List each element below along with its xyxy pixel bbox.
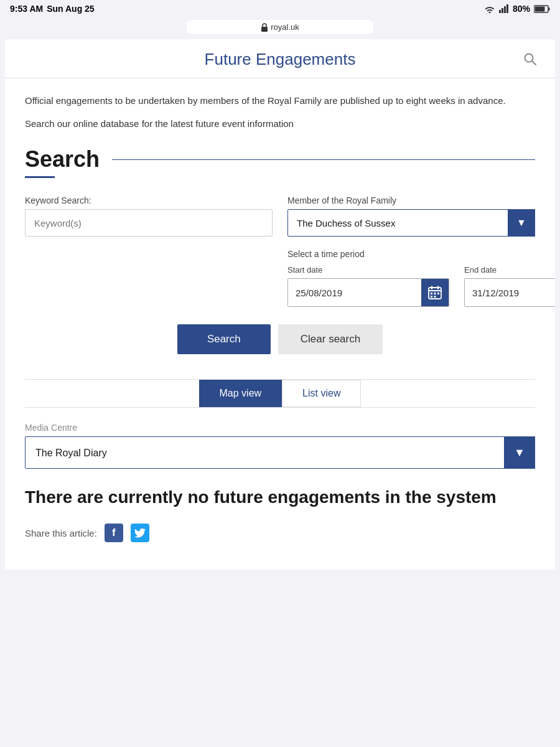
svg-rect-2 — [504, 6, 506, 13]
svg-rect-7 — [261, 27, 268, 32]
cellular-icon — [499, 4, 509, 13]
svg-rect-14 — [431, 293, 432, 294]
member-label: Member of the Royal Family — [287, 195, 535, 205]
svg-rect-6 — [535, 6, 545, 11]
facebook-icon: f — [112, 527, 116, 539]
media-centre-label: Media Centre — [25, 423, 535, 433]
status-bar-right: 80% — [484, 4, 550, 14]
battery-level: 80% — [513, 4, 530, 14]
time-period-label: Select a time period — [287, 249, 535, 259]
search-heading-line — [112, 159, 535, 160]
view-toggle: Map view List view — [25, 379, 535, 408]
start-date-wrapper — [287, 278, 449, 307]
twitter-share-button[interactable] — [131, 524, 149, 542]
end-date-label: End date — [464, 265, 555, 275]
description-main: Official engagements to be undertaken by… — [25, 93, 535, 108]
page-header: Future Engagements — [5, 39, 555, 78]
search-button[interactable]: Search — [177, 324, 271, 354]
member-select[interactable]: The Duchess of Sussex The Duke of Sussex… — [287, 209, 535, 237]
media-centre-select[interactable]: The Royal Diary Press Releases Photos Vi… — [25, 436, 535, 469]
svg-rect-15 — [434, 293, 436, 294]
facebook-share-button[interactable]: f — [105, 524, 123, 542]
keyword-input[interactable] — [25, 209, 273, 237]
calendar-icon — [428, 286, 442, 299]
lock-icon — [261, 23, 268, 32]
status-bar: 9:53 AM Sun Aug 25 80% — [0, 0, 560, 17]
browser-chrome: royal.uk — [0, 17, 560, 39]
status-bar-left: 9:53 AM Sun Aug 25 — [10, 4, 95, 14]
description-sub: Search our online database for the lates… — [25, 118, 535, 129]
end-date-input[interactable] — [465, 279, 555, 306]
search-icon — [523, 52, 538, 67]
keyword-group: Keyword Search: — [25, 195, 273, 237]
status-time: 9:53 AM — [10, 4, 43, 14]
twitter-icon — [134, 529, 146, 538]
svg-rect-17 — [431, 296, 432, 298]
svg-rect-18 — [434, 296, 436, 298]
battery-icon — [534, 5, 550, 13]
wifi-icon — [484, 4, 495, 13]
form-row-main: Keyword Search: Member of the Royal Fami… — [25, 195, 535, 237]
date-row: Start date — [287, 265, 535, 307]
search-heading: Search — [25, 146, 100, 172]
svg-rect-1 — [502, 8, 503, 13]
action-buttons: Search Clear search — [25, 324, 535, 354]
media-centre-section: Media Centre The Royal Diary Press Relea… — [25, 423, 535, 469]
map-view-button[interactable]: Map view — [199, 380, 282, 407]
start-date-input[interactable] — [288, 279, 421, 306]
svg-rect-3 — [506, 4, 508, 13]
time-period-section: Select a time period Start date — [287, 249, 535, 307]
keyword-label: Keyword Search: — [25, 195, 273, 205]
domain-text: royal.uk — [271, 22, 299, 32]
media-select-wrapper: The Royal Diary Press Releases Photos Vi… — [25, 436, 535, 469]
member-group: Member of the Royal Family The Duchess o… — [287, 195, 535, 237]
start-date-calendar-button[interactable] — [421, 279, 449, 306]
search-section-header: Search — [25, 146, 535, 172]
no-results-heading: There are currently no future engagement… — [25, 486, 535, 509]
status-date: Sun Aug 25 — [47, 4, 95, 14]
page-title: Future Engagements — [40, 50, 520, 69]
address-bar[interactable]: royal.uk — [187, 20, 373, 34]
svg-rect-0 — [499, 10, 501, 13]
share-label: Share this article: — [25, 528, 97, 538]
member-select-wrapper: The Duchess of Sussex The Duke of Sussex… — [287, 209, 535, 237]
share-row: Share this article: f — [25, 524, 535, 542]
svg-rect-16 — [437, 293, 439, 294]
end-date-group: End date — [464, 265, 555, 307]
header-search-button[interactable] — [520, 49, 540, 69]
svg-line-9 — [532, 61, 536, 65]
start-date-group: Start date — [287, 265, 449, 307]
list-view-button[interactable]: List view — [282, 380, 361, 407]
search-underline — [25, 176, 55, 178]
clear-search-button[interactable]: Clear search — [278, 324, 383, 354]
main-content: Official engagements to be undertaken by… — [5, 78, 555, 570]
main-page: Future Engagements Official engagements … — [5, 39, 555, 570]
svg-rect-5 — [549, 7, 550, 11]
start-date-label: Start date — [287, 265, 449, 275]
end-date-wrapper — [464, 278, 555, 307]
